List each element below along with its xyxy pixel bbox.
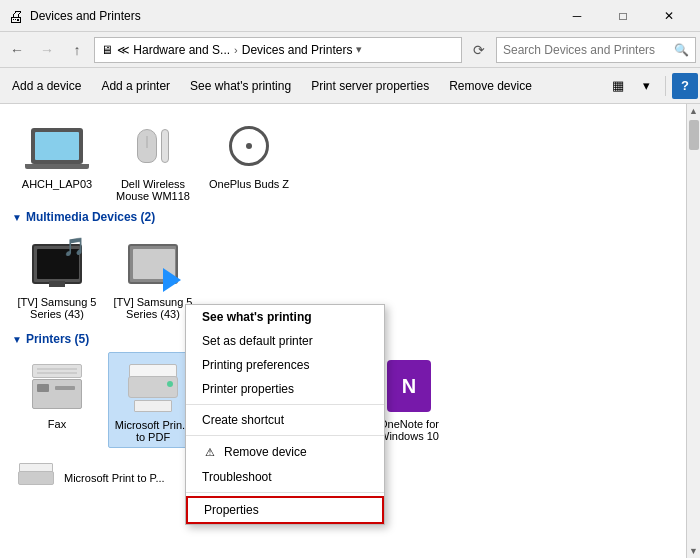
printers-section-label: Printers (5) — [26, 332, 89, 346]
view-button[interactable]: ▦ — [605, 73, 631, 99]
toolbar-right: ▦ ▾ ? — [605, 73, 698, 99]
device-label: [TV] Samsung 5Series (43) — [114, 296, 193, 320]
device-label: [TV] Samsung 5Series (43) — [18, 296, 97, 320]
context-menu-item-remove[interactable]: ⚠ Remove device — [186, 439, 384, 465]
section-collapse-arrow: ▼ — [12, 212, 22, 223]
tv-device-icon: 🎵 — [27, 234, 87, 294]
context-menu-item-default[interactable]: Set as default printer — [186, 329, 384, 353]
list-item[interactable]: OnePlus Buds Z — [204, 112, 294, 206]
earbuds-icon — [219, 116, 279, 176]
context-menu-item-properties[interactable]: Properties — [186, 496, 384, 524]
up-button[interactable]: ↑ — [64, 37, 90, 63]
toolbar: Add a device Add a printer See what's pr… — [0, 68, 700, 104]
bottom-device-label: Microsoft Print to P... — [64, 472, 165, 484]
mouse-device-icon — [123, 116, 183, 176]
context-menu-item-see-printing[interactable]: See what's printing — [186, 305, 384, 329]
device-label: Microsoft Prin...to PDF — [115, 419, 191, 443]
title-bar: 🖨 Devices and Printers ─ □ ✕ — [0, 0, 700, 32]
back-button[interactable]: ← — [4, 37, 30, 63]
printer-icon — [123, 357, 183, 417]
breadcrumb-hardware[interactable]: ≪ Hardware and S... — [117, 43, 230, 57]
remove-device-icon: ⚠ — [202, 444, 218, 460]
onenote-icon: N — [379, 356, 439, 416]
device-label: Fax — [48, 418, 66, 430]
print-server-properties-button[interactable]: Print server properties — [301, 70, 439, 102]
title-bar-title: Devices and Printers — [30, 9, 554, 23]
context-menu-item-troubleshoot[interactable]: Troubleshoot — [186, 465, 384, 489]
bottom-printer-icon — [16, 460, 56, 496]
multimedia-section-label: Multimedia Devices (2) — [26, 210, 155, 224]
scroll-down-arrow[interactable]: ▼ — [687, 544, 701, 558]
top-devices-grid: AHCH_LAP03 Dell WirelessMouse WM118 — [12, 112, 674, 206]
search-input[interactable] — [503, 43, 670, 57]
remove-device-button[interactable]: Remove device — [439, 70, 542, 102]
music-note-icon: 🎵 — [63, 236, 85, 258]
search-box: 🔍 — [496, 37, 696, 63]
list-item[interactable]: AHCH_LAP03 — [12, 112, 102, 206]
device-label: OneNote forWindows 10 — [379, 418, 439, 442]
view-dropdown-button[interactable]: ▾ — [633, 73, 659, 99]
close-button[interactable]: ✕ — [646, 0, 692, 32]
see-whats-printing-button[interactable]: See what's printing — [180, 70, 301, 102]
context-menu-item-shortcut[interactable]: Create shortcut — [186, 408, 384, 432]
tv-device-icon-2 — [123, 234, 183, 294]
toolbar-separator — [665, 76, 666, 96]
list-item[interactable]: Fax — [12, 352, 102, 448]
scrollbar: ▲ ▼ — [686, 104, 700, 558]
multimedia-section-header[interactable]: ▼ Multimedia Devices (2) — [12, 210, 674, 224]
add-device-button[interactable]: Add a device — [2, 70, 91, 102]
breadcrumb-drop[interactable]: ▾ — [356, 43, 362, 56]
scroll-thumb[interactable] — [689, 120, 699, 150]
minimize-button[interactable]: ─ — [554, 0, 600, 32]
home-icon: 🖥 — [101, 43, 113, 57]
context-menu: See what's printing Set as default print… — [185, 304, 385, 525]
content-pane: AHCH_LAP03 Dell WirelessMouse WM118 — [0, 104, 686, 558]
forward-button[interactable]: → — [34, 37, 60, 63]
refresh-button[interactable]: ⟳ — [466, 37, 492, 63]
context-menu-separator-3 — [186, 492, 384, 493]
breadcrumb-sep: › — [234, 44, 238, 56]
section-collapse-arrow-printers: ▼ — [12, 334, 22, 345]
device-label: Dell WirelessMouse WM118 — [116, 178, 190, 202]
add-printer-button[interactable]: Add a printer — [91, 70, 180, 102]
context-menu-item-preferences[interactable]: Printing preferences — [186, 353, 384, 377]
device-label: OnePlus Buds Z — [209, 178, 289, 190]
help-button[interactable]: ? — [672, 73, 698, 99]
list-item[interactable]: 🎵 [TV] Samsung 5Series (43) — [12, 230, 102, 324]
title-bar-icon: 🖨 — [8, 8, 24, 24]
blue-arrow-icon — [163, 268, 181, 292]
list-item[interactable]: Dell WirelessMouse WM118 — [108, 112, 198, 206]
context-menu-separator-1 — [186, 404, 384, 405]
scroll-up-arrow[interactable]: ▲ — [687, 104, 701, 118]
title-bar-controls: ─ □ ✕ — [554, 0, 692, 32]
device-label: AHCH_LAP03 — [22, 178, 92, 190]
fax-icon — [27, 356, 87, 416]
maximize-button[interactable]: □ — [600, 0, 646, 32]
address-path: 🖥 ≪ Hardware and S... › Devices and Prin… — [94, 37, 462, 63]
address-bar: ← → ↑ 🖥 ≪ Hardware and S... › Devices an… — [0, 32, 700, 68]
context-menu-separator-2 — [186, 435, 384, 436]
context-menu-item-printer-props[interactable]: Printer properties — [186, 377, 384, 401]
laptop-icon — [27, 116, 87, 176]
breadcrumb-current[interactable]: Devices and Printers — [242, 43, 353, 57]
main-area: AHCH_LAP03 Dell WirelessMouse WM118 — [0, 104, 700, 558]
search-icon: 🔍 — [674, 43, 689, 57]
